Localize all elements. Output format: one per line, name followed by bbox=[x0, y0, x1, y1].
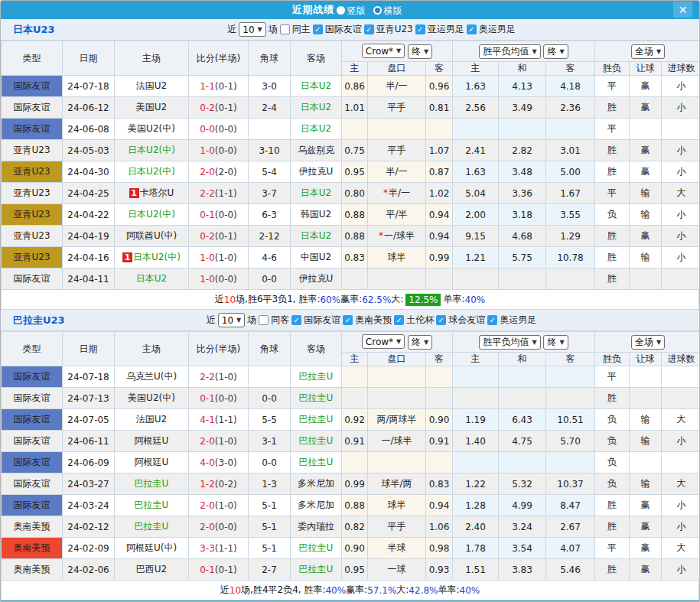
odds-time-select[interactable]: 终▼ bbox=[408, 335, 432, 350]
full-time-score: 2-2 bbox=[200, 372, 215, 382]
avg-name-select-value: 胜平负均值 bbox=[483, 336, 529, 349]
odds-home-cell: 0.82 bbox=[342, 516, 368, 538]
home-team-name: 巴拉圭U bbox=[135, 521, 169, 532]
avg-home-cell bbox=[453, 366, 499, 388]
league-checkbox[interactable]: ✓ bbox=[415, 24, 425, 34]
handicap-result-cell bbox=[630, 268, 662, 290]
home-team-name: 卡塔尔U bbox=[140, 187, 174, 198]
odds-home-cell: 0.90 bbox=[342, 538, 368, 559]
league-checkbox[interactable]: ✓ bbox=[291, 315, 301, 325]
summary-segment: 40% bbox=[460, 585, 480, 596]
table-row: 国际友谊24-07-18乌克兰U(中)2-2(1-0)巴拉圭U平 bbox=[2, 366, 700, 388]
full-time-score: 1-0 bbox=[200, 145, 215, 156]
away-team-name: 韩国U2 bbox=[301, 209, 331, 220]
league-label: 奥南美预 bbox=[355, 314, 392, 327]
league-checkbox[interactable]: ✓ bbox=[394, 315, 404, 325]
home-team-name: 巴拉圭U bbox=[135, 478, 169, 489]
score-cell: 2-0(2-0) bbox=[189, 161, 249, 183]
league-checkbox[interactable]: ✓ bbox=[343, 315, 353, 325]
avg-away-cell bbox=[546, 268, 595, 290]
league-checkbox[interactable]: ✓ bbox=[364, 24, 374, 34]
date-cell: 24-02-09 bbox=[63, 538, 115, 559]
chevron-down-icon: ▼ bbox=[424, 48, 428, 55]
full-time-score: 0-2 bbox=[200, 231, 215, 242]
goals-result-cell: 小 bbox=[662, 161, 700, 183]
handicap-result-cell: 输 bbox=[630, 409, 662, 431]
odds-provider-select[interactable]: Crow*▼ bbox=[362, 334, 405, 349]
win-draw-lose-cell: 胜 bbox=[595, 559, 630, 581]
goals-result-cell: 小 bbox=[662, 247, 700, 268]
close-button[interactable]: ✕ bbox=[673, 2, 692, 18]
result-scope-select-value: 全场 bbox=[635, 45, 653, 58]
type-cell: 亚青U23 bbox=[2, 183, 63, 204]
avg-draw-cell: 3.83 bbox=[499, 559, 546, 581]
date-cell: 24-05-03 bbox=[63, 140, 115, 161]
half-time-score: (0-0) bbox=[215, 393, 237, 404]
avg-name-select[interactable]: 胜平负均值▼ bbox=[479, 44, 540, 59]
recent-count-select[interactable]: 10▼ bbox=[218, 313, 245, 327]
home-team-cell: 美国U2 bbox=[115, 97, 189, 119]
type-cell: 国际友谊 bbox=[2, 366, 63, 388]
away-team-name: 日本U2 bbox=[301, 230, 331, 241]
table-row: 国际友谊24-06-12美国U20-2(0-1)2-4日本U21.01平手0.8… bbox=[2, 97, 700, 119]
recent-count-select[interactable]: 10▼ bbox=[239, 22, 265, 37]
league-label: 土伦杯 bbox=[406, 314, 434, 327]
sub-column-header: 客 bbox=[546, 62, 595, 76]
avg-home-cell: 1.19 bbox=[453, 409, 499, 431]
avg-home-cell: 1.28 bbox=[453, 495, 499, 516]
avg-name-select[interactable]: 胜平负均值▼ bbox=[479, 335, 540, 350]
league-checkbox[interactable]: ✓ bbox=[467, 24, 477, 34]
corner-cell: 0-0 bbox=[249, 268, 291, 290]
win-draw-lose-cell: 平 bbox=[595, 76, 630, 97]
summary-segment: 62.5% bbox=[362, 294, 391, 305]
avg-home-cell: 1.63 bbox=[453, 76, 499, 97]
away-team-name: 巴拉圭U bbox=[299, 564, 334, 574]
avg-time-select[interactable]: 终▼ bbox=[543, 44, 568, 59]
layout-radio-label[interactable]: 竖版 bbox=[347, 5, 366, 16]
win-draw-lose-cell: 胜 bbox=[595, 247, 630, 268]
league-checkbox[interactable]: ✓ bbox=[487, 315, 497, 325]
handicap-cell: 两/两球半 bbox=[368, 409, 426, 431]
corner-cell bbox=[249, 366, 291, 388]
score-cell: 0-1(0-1) bbox=[189, 559, 249, 581]
result-scope-select[interactable]: 全场▼ bbox=[631, 335, 665, 350]
layout-radio[interactable] bbox=[373, 6, 382, 15]
layout-radio-label[interactable]: 横版 bbox=[384, 5, 402, 16]
score-cell: 1-0(0-0) bbox=[189, 268, 249, 290]
window-title: 近期战绩 bbox=[292, 3, 335, 17]
odds-time-select[interactable]: 终▼ bbox=[408, 44, 432, 59]
win-draw-lose-cell: 平 bbox=[595, 119, 630, 140]
avg-draw-cell: 3.49 bbox=[499, 97, 546, 119]
type-cell: 国际友谊 bbox=[2, 97, 63, 119]
corner-cell: 2-7 bbox=[249, 559, 291, 581]
league-checkbox[interactable]: ✓ bbox=[313, 24, 323, 34]
league-label: 奥运男足 bbox=[500, 314, 536, 327]
date-cell: 24-03-27 bbox=[63, 473, 115, 495]
corner-cell: 2-12 bbox=[249, 226, 291, 247]
table-row: 亚青U2324-05-03日本U2(中)1-0(0-0)3-10乌兹别克0.75… bbox=[2, 140, 700, 161]
table-row: 国际友谊24-03-27巴拉圭U1-2(0-2)1-3多米尼加0.99球半/两0… bbox=[2, 473, 700, 495]
handicap-cell: 平手 bbox=[368, 516, 426, 538]
result-scope-select[interactable]: 全场▼ bbox=[631, 44, 665, 59]
handicap-result-cell bbox=[630, 366, 662, 388]
type-cell: 奥南美预 bbox=[2, 516, 63, 538]
full-time-score: 1-2 bbox=[200, 479, 215, 490]
chevron-down-icon: ▼ bbox=[258, 26, 262, 33]
odds-home-cell: 0.92 bbox=[342, 409, 368, 431]
same-venue-checkbox[interactable] bbox=[280, 24, 290, 34]
home-team-cell: 巴西U2 bbox=[115, 559, 189, 581]
table-row: 亚青U2324-04-19阿联酋U(中)0-2(0-1)2-12日本U20.88… bbox=[2, 226, 700, 247]
avg-draw-cell bbox=[499, 119, 546, 140]
layout-radio-selected[interactable] bbox=[337, 6, 345, 15]
odds-away-cell: 0.81 bbox=[426, 97, 453, 119]
home-team-name: 法国U2 bbox=[136, 80, 167, 91]
avg-time-select[interactable]: 终▼ bbox=[543, 335, 568, 350]
same-venue-checkbox[interactable] bbox=[259, 315, 269, 325]
odds-provider-select[interactable]: Crow*▼ bbox=[362, 44, 405, 58]
summary-segment: 近 bbox=[220, 584, 230, 597]
date-cell: 24-07-18 bbox=[63, 76, 115, 97]
avg-draw-cell: 3.36 bbox=[499, 183, 546, 204]
score-cell: 2-0(1-0) bbox=[189, 495, 249, 516]
league-checkbox[interactable]: ✓ bbox=[436, 315, 446, 325]
odds-away-cell: 0.98 bbox=[426, 538, 453, 559]
